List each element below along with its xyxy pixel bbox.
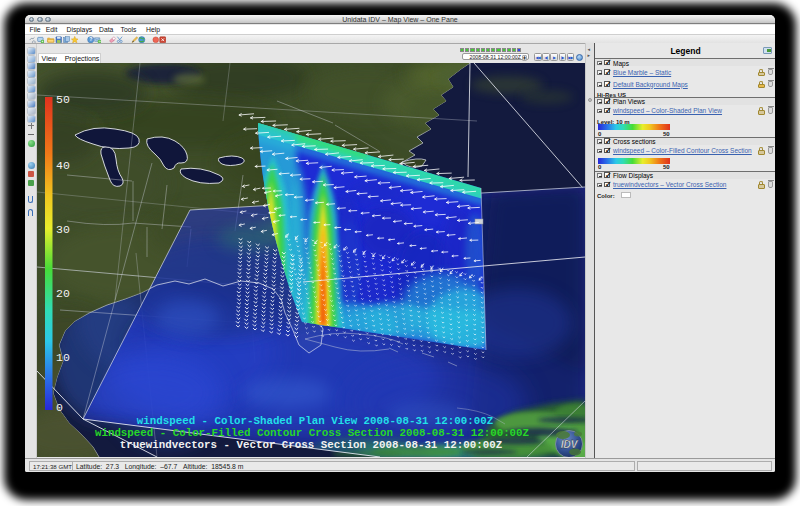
svg-text:40: 40 (56, 159, 70, 172)
svg-text:10: 10 (56, 351, 70, 364)
svg-text:windspeed - Color-Shaded Plan: windspeed - Color-Shaded Plan View 2008-… (137, 415, 493, 427)
svg-text:IDV: IDV (561, 439, 579, 450)
svg-text:20: 20 (56, 287, 70, 300)
svg-text:windspeed - Color-Filled Conto: windspeed - Color-Filled Contour Cross S… (95, 427, 529, 439)
svg-text:50: 50 (56, 93, 70, 106)
svg-text:truewindvectors - Vector Cross: truewindvectors - Vector Cross Section 2… (120, 439, 502, 451)
svg-text:30: 30 (56, 223, 70, 236)
svg-text:?: ? (89, 36, 92, 42)
svg-text:0: 0 (56, 401, 63, 414)
